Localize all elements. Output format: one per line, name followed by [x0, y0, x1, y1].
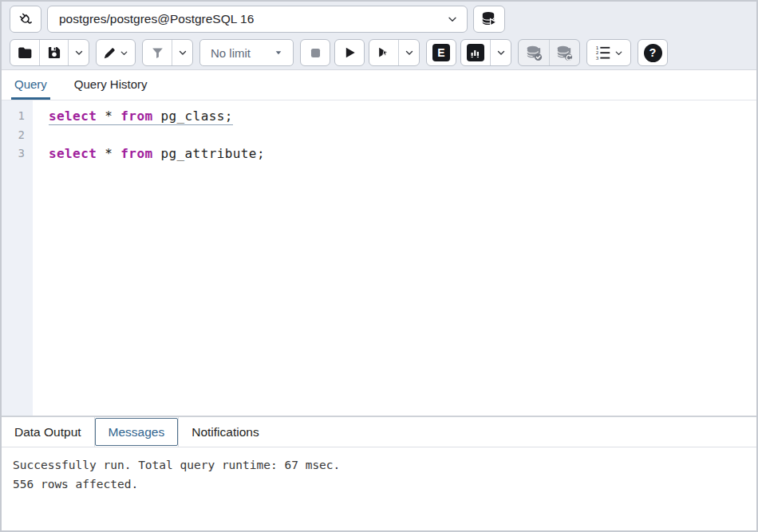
dropdown-arrow-icon — [272, 46, 285, 59]
save-icon — [46, 45, 62, 61]
chevron-down-icon — [446, 13, 459, 26]
execute-button-group — [334, 39, 365, 66]
execute-cursor-group — [369, 39, 420, 66]
sql-text: pg_attribute; — [152, 146, 264, 161]
messages-panel: Successfully run. Total query runtime: 6… — [2, 447, 756, 530]
row-limit-select[interactable]: No limit — [199, 39, 294, 66]
stop-button-group — [300, 39, 330, 66]
message-line: Successfully run. Total query runtime: 6… — [13, 455, 745, 475]
code-line[interactable]: select * from pg_class; — [49, 107, 756, 126]
sql-keyword: select — [49, 108, 97, 124]
save-button[interactable] — [39, 40, 68, 65]
connection-selector[interactable]: postgres/postgres@PostgreSQL 16 — [47, 6, 468, 33]
explain-analyze-icon — [467, 44, 484, 61]
row-limit-value: No limit — [211, 46, 272, 60]
explain-icon: E — [432, 44, 450, 61]
play-icon — [341, 45, 357, 61]
filter-options-button[interactable] — [172, 40, 192, 65]
execute-from-cursor-button[interactable] — [369, 40, 398, 65]
chevron-down-icon — [404, 47, 415, 58]
execute-options-button[interactable] — [398, 40, 419, 65]
query-tool-window: postgres/postgres@PostgreSQL 16 — [0, 0, 758, 532]
open-file-button[interactable] — [10, 40, 39, 65]
transaction-group — [518, 39, 580, 66]
stop-icon — [308, 45, 323, 61]
chevron-down-icon — [73, 47, 85, 58]
filter-button-group — [142, 39, 193, 66]
commit-button[interactable] — [519, 40, 549, 65]
tab-notifications-label: Notifications — [191, 425, 259, 439]
help-icon: ? — [644, 44, 662, 62]
edit-pencil-icon — [102, 45, 117, 61]
edit-menu-button[interactable] — [97, 40, 135, 65]
editor-code[interactable]: select * from pg_class; select * from pg… — [33, 100, 756, 416]
output-tabbar: Data Output Messages Notifications — [2, 417, 756, 447]
editor-gutter: 123 — [2, 100, 33, 416]
tab-query-label: Query — [14, 77, 47, 91]
explain-options-button[interactable] — [490, 40, 511, 65]
chevron-down-icon — [119, 48, 129, 58]
explain-analyze-button[interactable] — [461, 40, 490, 65]
stop-button[interactable] — [301, 40, 330, 65]
help-button[interactable]: ? — [638, 40, 667, 65]
tab-query[interactable]: Query — [11, 70, 50, 100]
database-connect-icon — [480, 10, 498, 28]
svg-text:1: 1 — [595, 45, 598, 50]
code-line[interactable] — [49, 126, 756, 145]
rollback-button[interactable] — [549, 40, 579, 65]
toolbar: No limit — [2, 36, 756, 70]
plug-icon — [17, 10, 34, 28]
macro-list-icon: 1 2 3 — [594, 44, 612, 61]
file-button-group — [10, 39, 89, 66]
sql-text: pg_class; — [152, 108, 232, 124]
sql-text: * — [97, 146, 120, 161]
sql-keyword: select — [49, 146, 97, 161]
connection-selector-value: postgres/postgres@PostgreSQL 16 — [59, 12, 446, 26]
line-number: 1 — [2, 107, 25, 126]
tab-notifications[interactable]: Notifications — [179, 417, 271, 447]
sql-keyword: from — [120, 108, 152, 124]
execute-button[interactable] — [335, 40, 364, 65]
folder-open-icon — [17, 45, 34, 61]
macro-button[interactable]: 1 2 3 — [587, 40, 630, 65]
explain-button[interactable]: E — [427, 40, 456, 65]
svg-text:2: 2 — [595, 50, 598, 55]
rollback-icon — [555, 44, 574, 62]
tab-data-output-label: Data Output — [14, 425, 81, 439]
tab-query-history[interactable]: Query History — [71, 70, 151, 100]
query-tabbar: Query Query History — [2, 70, 756, 100]
line-number: 2 — [2, 126, 25, 145]
svg-text:3: 3 — [595, 56, 598, 61]
chevron-down-icon — [495, 47, 507, 58]
edit-button-group — [96, 39, 136, 66]
commit-icon — [525, 44, 543, 62]
chevron-down-icon — [614, 48, 624, 58]
tab-data-output[interactable]: Data Output — [2, 417, 94, 447]
line-number: 3 — [2, 144, 25, 164]
filter-button[interactable] — [143, 40, 172, 65]
new-connection-button[interactable] — [473, 6, 505, 33]
tab-query-history-label: Query History — [74, 77, 148, 91]
chevron-down-icon — [177, 47, 188, 58]
message-line: 556 rows affected. — [13, 475, 745, 494]
connection-status-button[interactable] — [10, 6, 41, 33]
sql-keyword: from — [120, 146, 152, 161]
macro-group: 1 2 3 — [586, 39, 631, 66]
save-options-button[interactable] — [68, 40, 89, 65]
help-group: ? — [638, 39, 668, 66]
connection-bar: postgres/postgres@PostgreSQL 16 — [2, 2, 756, 36]
tab-messages[interactable]: Messages — [95, 418, 179, 446]
execute-from-cursor-icon — [376, 45, 392, 61]
explain-button-group: E — [426, 39, 456, 66]
output-panel: Data Output Messages Notifications Succe… — [2, 416, 756, 530]
filter-icon — [150, 45, 165, 61]
code-line[interactable]: select * from pg_attribute; — [49, 144, 756, 164]
sql-text: * — [97, 108, 120, 124]
tab-messages-label: Messages — [109, 425, 165, 439]
sql-editor[interactable]: 123 select * from pg_class; select * fro… — [2, 100, 756, 416]
explain-analyze-group — [460, 39, 511, 66]
